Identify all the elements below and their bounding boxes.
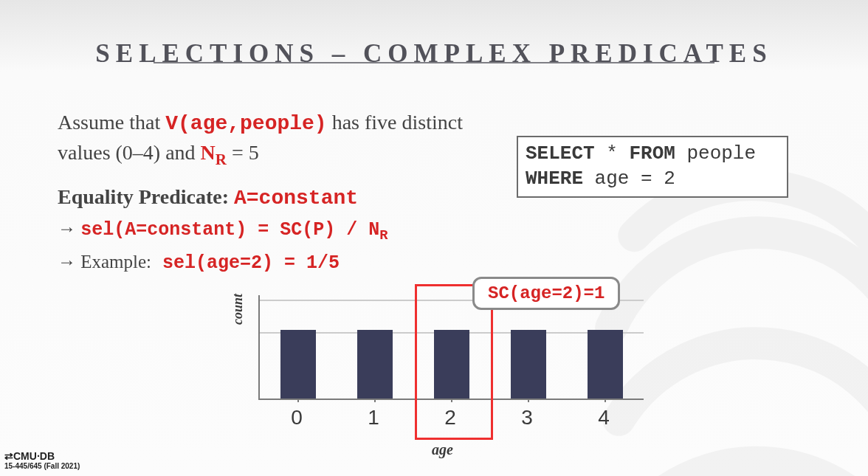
arrow-icon: →	[58, 218, 80, 238]
x-tick-label: 0	[279, 406, 314, 430]
x-tick-label: 3	[509, 406, 545, 430]
nr-eq: = 5	[227, 141, 259, 164]
x-tick-label: 2	[433, 406, 468, 430]
section-code: A=constant	[234, 187, 358, 210]
sql-line-2: WHERE age = 2	[526, 167, 779, 192]
x-axis-label: age	[432, 441, 453, 458]
nr-symbol: NR	[201, 141, 227, 164]
example-code: sel(age=2) = 1/5	[151, 252, 340, 274]
plot-area	[258, 295, 644, 400]
sql-cond: age = 2	[583, 168, 675, 190]
bar	[434, 330, 469, 399]
page-title: SELECTIONS – COMPLEX PREDICATES	[0, 39, 868, 69]
footer-course: 15-445/645 (Fall 2021)	[4, 462, 80, 470]
assumption-line: Assume that V(age,people) has five disti…	[58, 108, 471, 170]
y-axis-label: count	[230, 294, 246, 325]
x-tick	[297, 399, 299, 402]
bar	[280, 330, 316, 399]
x-tick	[604, 399, 606, 402]
sql-kw-select: SELECT	[526, 142, 595, 165]
sql-kw-from: FROM	[629, 142, 675, 165]
x-tick	[528, 399, 529, 402]
sql-box: SELECT * FROM people WHERE age = 2	[517, 136, 788, 198]
sql-table: people	[675, 142, 756, 165]
assume-pre: Assume that	[58, 111, 165, 134]
section-label: Equality Predicate	[58, 185, 222, 208]
sql-star: *	[595, 142, 630, 165]
bar	[357, 330, 393, 399]
title-underline	[154, 62, 714, 63]
x-tick-label: 1	[356, 406, 391, 430]
example-line: → Example: sel(age=2) = 1/5	[58, 249, 471, 276]
formula: sel(A=constant) = SC(P) / NR	[80, 219, 388, 241]
body-text: Assume that V(age,people) has five disti…	[58, 108, 471, 276]
v-function: V(age,people)	[165, 112, 326, 135]
slide: { "title": "SELECTIONS – COMPLEX PREDICA…	[0, 0, 868, 476]
section-head: Equality Predicate: A=constant	[58, 182, 471, 213]
sql-kw-where: WHERE	[526, 168, 583, 190]
example-label: Example:	[80, 252, 151, 272]
callout-box: SC(age=2)=1	[472, 277, 620, 310]
arrow-icon: →	[58, 252, 80, 272]
bar	[588, 330, 623, 399]
x-tick-label: 4	[586, 406, 621, 430]
x-tick	[451, 399, 452, 402]
chart: count age SC(age=2)=1 01234	[244, 295, 664, 450]
sql-line-1: SELECT * FROM people	[526, 142, 779, 167]
bar	[511, 330, 546, 399]
x-tick	[374, 399, 376, 402]
formula-line: → sel(A=constant) = SC(P) / NR	[58, 215, 471, 245]
footer-brand: ⇄CMU·DB	[4, 451, 80, 462]
footer: ⇄CMU·DB 15-445/645 (Fall 2021)	[4, 451, 80, 470]
